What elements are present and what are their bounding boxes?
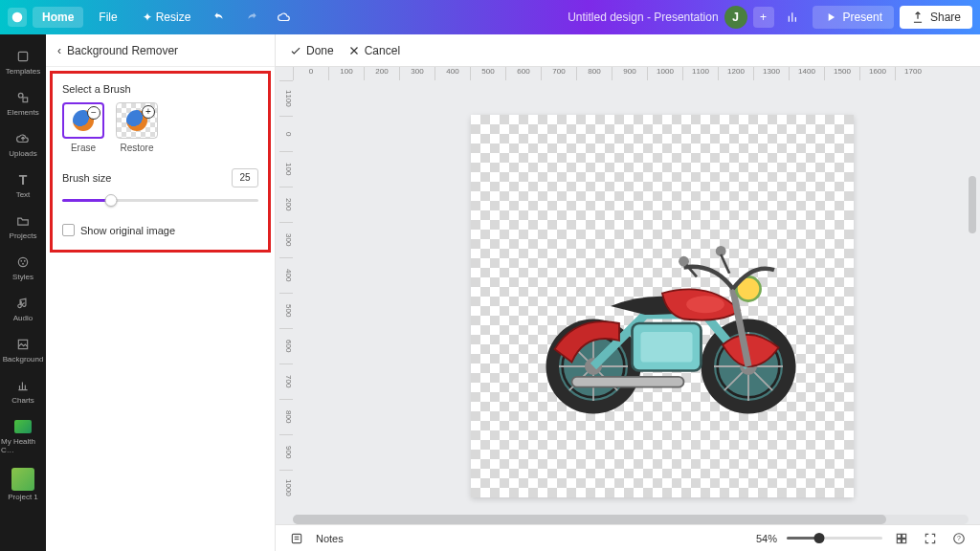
horizontal-scrollbar[interactable] xyxy=(293,515,969,524)
present-label: Present xyxy=(843,11,882,24)
document-title[interactable]: Untitled design - Presentation xyxy=(568,11,718,24)
grid-view-button[interactable] xyxy=(892,529,911,548)
svg-rect-26 xyxy=(641,332,693,363)
resize-label: Resize xyxy=(156,11,191,24)
ruler-tick: 800 xyxy=(279,399,293,434)
share-button[interactable]: Share xyxy=(900,6,972,29)
grid-icon xyxy=(895,532,908,545)
vertical-scrollbar[interactable] xyxy=(969,80,976,513)
ruler-tick: 800 xyxy=(576,67,612,80)
brush-restore-label: Restore xyxy=(120,143,153,153)
redo-button[interactable] xyxy=(238,4,265,31)
resize-button[interactable]: ✦ Resize xyxy=(133,7,201,28)
svg-point-2 xyxy=(18,93,23,98)
rail-uploads[interactable]: Uploads xyxy=(1,124,45,164)
fullscreen-button[interactable] xyxy=(921,529,940,548)
project-thumb-icon xyxy=(11,468,34,491)
stage[interactable] xyxy=(293,80,969,513)
home-button[interactable]: Home xyxy=(33,7,83,28)
help-button[interactable]: ? xyxy=(949,529,969,548)
chart-icon xyxy=(787,11,800,24)
rail-text[interactable]: TText xyxy=(1,165,45,205)
svg-rect-1 xyxy=(18,52,27,60)
scrollbar-thumb[interactable] xyxy=(293,515,886,524)
rail-label: Audio xyxy=(13,314,33,322)
add-collaborator-button[interactable]: + xyxy=(753,7,774,28)
uploads-icon xyxy=(14,130,32,147)
user-avatar[interactable]: J xyxy=(724,6,747,29)
svg-line-34 xyxy=(721,254,729,274)
ruler-tick: 1000 xyxy=(279,470,293,505)
rail-projects[interactable]: Projects xyxy=(1,207,45,246)
svg-point-0 xyxy=(12,12,23,23)
brush-size-value[interactable]: 25 xyxy=(232,168,258,187)
select-brush-label: Select a Brush xyxy=(62,83,258,95)
audio-icon xyxy=(14,295,32,312)
canvas-page[interactable] xyxy=(471,115,854,497)
brush-erase[interactable]: − Erase xyxy=(62,102,104,153)
side-panel: ‹ Background Remover Select a Brush − Er… xyxy=(46,34,276,551)
ruler-tick: 500 xyxy=(470,67,505,80)
notes-icon xyxy=(290,532,303,545)
zoom-knob[interactable] xyxy=(814,533,825,543)
canvas-area: Done Cancel 0100200300400500600700800900… xyxy=(276,34,980,551)
ruler-tick: 200 xyxy=(279,187,293,222)
file-menu[interactable]: File xyxy=(89,7,126,28)
cancel-button[interactable]: Cancel xyxy=(347,44,400,57)
projects-icon xyxy=(14,212,32,230)
svg-text:?: ? xyxy=(957,535,961,541)
app-logo[interactable] xyxy=(8,8,27,27)
ruler-tick: 400 xyxy=(434,67,470,80)
brush-size-slider[interactable] xyxy=(62,193,258,207)
zoom-slider[interactable] xyxy=(787,537,882,540)
done-button[interactable]: Done xyxy=(289,44,334,57)
ruler-tick: 1000 xyxy=(647,67,682,80)
scrollbar-thumb[interactable] xyxy=(969,176,976,233)
show-original-checkbox[interactable]: Show original image xyxy=(62,224,258,236)
rail-label: Text xyxy=(16,190,31,199)
rail-my-health[interactable]: My Health C… xyxy=(1,412,45,460)
rail-elements[interactable]: Elements xyxy=(1,83,45,122)
rail-label: Elements xyxy=(7,108,38,117)
svg-point-7 xyxy=(22,263,24,265)
slider-knob[interactable] xyxy=(105,194,118,207)
notes-button[interactable] xyxy=(287,529,306,548)
rail-label: Templates xyxy=(6,67,40,76)
undo-button[interactable] xyxy=(206,4,233,31)
resize-icon: ✦ xyxy=(143,11,152,24)
rail-styles[interactable]: Styles xyxy=(1,248,45,287)
rail-background[interactable]: Background xyxy=(1,330,45,369)
rail-charts[interactable]: Charts xyxy=(1,371,45,410)
notes-label: Notes xyxy=(316,533,344,544)
panel-back[interactable]: ‹ Background Remover xyxy=(46,34,275,67)
rail-label: Uploads xyxy=(9,149,36,158)
ruler-tick: 1500 xyxy=(824,67,859,80)
rail-project1[interactable]: Project 1 xyxy=(1,462,45,507)
ruler-tick: 900 xyxy=(279,434,293,470)
text-icon: T xyxy=(14,171,32,188)
ruler-tick: 0 xyxy=(279,116,293,151)
bottom-bar: Notes 54% ? xyxy=(276,524,980,551)
svg-rect-8 xyxy=(18,340,27,348)
svg-rect-39 xyxy=(902,534,906,538)
show-original-label: Show original image xyxy=(80,225,175,236)
brush-restore[interactable]: + Restore xyxy=(116,102,158,153)
rail-audio[interactable]: Audio xyxy=(1,289,45,328)
folder-icon xyxy=(14,418,32,435)
plus-icon: + xyxy=(142,105,155,119)
share-icon xyxy=(911,11,924,24)
close-icon xyxy=(347,44,361,57)
ruler-horizontal: 0100200300400500600700800900100011001200… xyxy=(293,67,969,80)
motorcycle-image[interactable] xyxy=(490,194,835,418)
cancel-label: Cancel xyxy=(365,44,400,57)
svg-rect-40 xyxy=(897,539,901,542)
insights-button[interactable] xyxy=(780,4,807,31)
rail-templates[interactable]: Templates xyxy=(1,42,45,81)
panel-title: Background Remover xyxy=(67,44,178,57)
cloud-sync-button[interactable] xyxy=(271,4,298,31)
svg-rect-27 xyxy=(572,377,684,387)
present-button[interactable]: Present xyxy=(813,6,894,29)
zoom-value: 54% xyxy=(756,533,777,544)
rail-label: Projects xyxy=(10,231,37,240)
redo-icon xyxy=(245,11,258,24)
